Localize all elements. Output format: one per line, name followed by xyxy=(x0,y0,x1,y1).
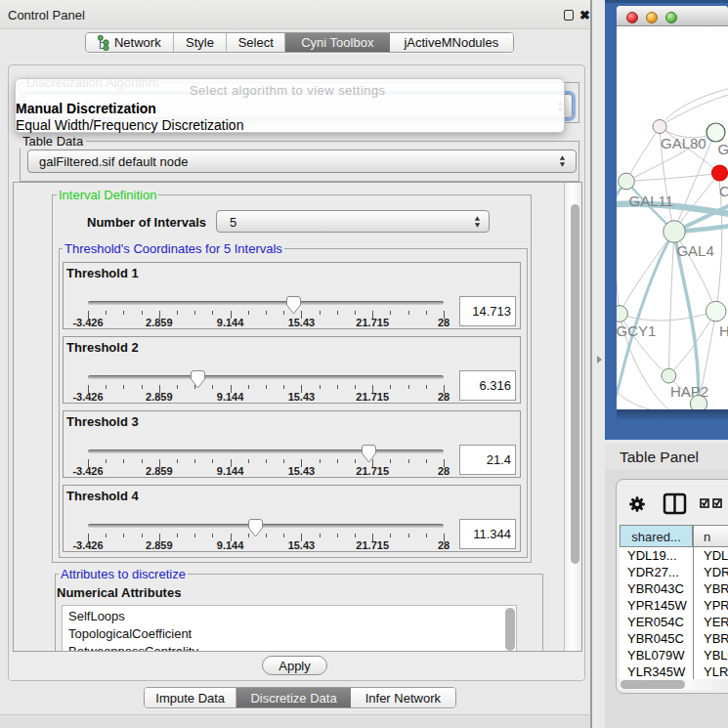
svg-text:GAL4: GAL4 xyxy=(676,242,713,259)
svg-text:GAL80: GAL80 xyxy=(661,135,707,151)
svg-text:GAL11: GAL11 xyxy=(629,193,674,209)
svg-text:H: H xyxy=(719,322,728,339)
svg-text:C: C xyxy=(719,183,728,199)
svg-text:GCY1: GCY1 xyxy=(617,322,656,339)
svg-text:HAP2: HAP2 xyxy=(670,383,708,400)
svg-text:GA: GA xyxy=(718,141,728,157)
